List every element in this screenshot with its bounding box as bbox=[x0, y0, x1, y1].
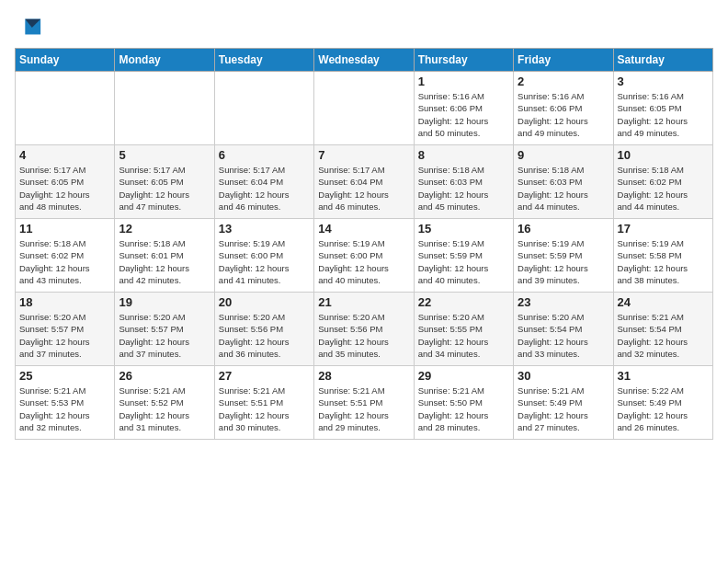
day-info: Sunrise: 5:21 AM Sunset: 5:52 PM Dayligh… bbox=[119, 385, 210, 433]
day-number: 17 bbox=[618, 222, 709, 236]
day-info: Sunrise: 5:19 AM Sunset: 6:00 PM Dayligh… bbox=[219, 237, 310, 286]
day-info: Sunrise: 5:18 AM Sunset: 6:03 PM Dayligh… bbox=[518, 164, 609, 213]
empty-cell bbox=[16, 72, 115, 145]
day-cell-27: 27Sunrise: 5:21 AM Sunset: 5:51 PM Dayli… bbox=[214, 366, 313, 440]
calendar-table: SundayMondayTuesdayWednesdayThursdayFrid… bbox=[15, 48, 713, 440]
column-header-thursday: Thursday bbox=[414, 49, 513, 72]
day-cell-5: 5Sunrise: 5:17 AM Sunset: 6:05 PM Daylig… bbox=[115, 145, 214, 219]
day-cell-30: 30Sunrise: 5:21 AM Sunset: 5:49 PM Dayli… bbox=[514, 366, 613, 440]
day-info: Sunrise: 5:19 AM Sunset: 5:58 PM Dayligh… bbox=[618, 237, 709, 286]
day-cell-13: 13Sunrise: 5:19 AM Sunset: 6:00 PM Dayli… bbox=[214, 219, 313, 293]
day-number: 13 bbox=[219, 222, 310, 236]
column-header-tuesday: Tuesday bbox=[214, 49, 313, 72]
day-cell-19: 19Sunrise: 5:20 AM Sunset: 5:57 PM Dayli… bbox=[115, 293, 214, 366]
day-cell-16: 16Sunrise: 5:19 AM Sunset: 5:59 PM Dayli… bbox=[514, 219, 613, 293]
column-header-sunday: Sunday bbox=[16, 49, 115, 72]
day-number: 22 bbox=[418, 295, 509, 309]
day-cell-4: 4Sunrise: 5:17 AM Sunset: 6:05 PM Daylig… bbox=[16, 145, 115, 219]
day-info: Sunrise: 5:19 AM Sunset: 5:59 PM Dayligh… bbox=[518, 237, 609, 286]
day-info: Sunrise: 5:20 AM Sunset: 5:57 PM Dayligh… bbox=[119, 311, 210, 360]
day-number: 12 bbox=[119, 222, 210, 236]
day-number: 24 bbox=[618, 295, 709, 309]
day-number: 1 bbox=[418, 75, 509, 88]
day-info: Sunrise: 5:21 AM Sunset: 5:49 PM Dayligh… bbox=[518, 385, 609, 433]
day-cell-18: 18Sunrise: 5:20 AM Sunset: 5:57 PM Dayli… bbox=[16, 293, 115, 366]
day-info: Sunrise: 5:16 AM Sunset: 6:06 PM Dayligh… bbox=[518, 90, 609, 139]
day-number: 10 bbox=[618, 148, 709, 162]
day-info: Sunrise: 5:21 AM Sunset: 5:50 PM Dayligh… bbox=[418, 385, 509, 433]
day-info: Sunrise: 5:21 AM Sunset: 5:51 PM Dayligh… bbox=[318, 385, 409, 433]
day-number: 16 bbox=[518, 222, 609, 236]
day-number: 6 bbox=[219, 148, 310, 162]
day-cell-17: 17Sunrise: 5:19 AM Sunset: 5:58 PM Dayli… bbox=[613, 219, 712, 293]
day-number: 11 bbox=[19, 222, 110, 236]
logo-icon bbox=[17, 15, 42, 40]
day-cell-28: 28Sunrise: 5:21 AM Sunset: 5:51 PM Dayli… bbox=[314, 366, 414, 440]
day-number: 9 bbox=[518, 148, 609, 162]
day-cell-7: 7Sunrise: 5:17 AM Sunset: 6:04 PM Daylig… bbox=[314, 145, 414, 219]
day-info: Sunrise: 5:21 AM Sunset: 5:54 PM Dayligh… bbox=[618, 311, 709, 360]
day-number: 5 bbox=[119, 148, 210, 162]
day-number: 29 bbox=[418, 369, 509, 383]
day-number: 30 bbox=[518, 369, 609, 383]
day-info: Sunrise: 5:22 AM Sunset: 5:49 PM Dayligh… bbox=[618, 385, 709, 433]
day-info: Sunrise: 5:20 AM Sunset: 5:55 PM Dayligh… bbox=[418, 311, 509, 360]
day-cell-22: 22Sunrise: 5:20 AM Sunset: 5:55 PM Dayli… bbox=[414, 293, 513, 366]
empty-cell bbox=[214, 72, 313, 145]
day-info: Sunrise: 5:17 AM Sunset: 6:04 PM Dayligh… bbox=[219, 164, 310, 213]
day-info: Sunrise: 5:21 AM Sunset: 5:51 PM Dayligh… bbox=[219, 385, 310, 433]
day-cell-9: 9Sunrise: 5:18 AM Sunset: 6:03 PM Daylig… bbox=[514, 145, 613, 219]
day-number: 23 bbox=[518, 295, 609, 309]
day-number: 31 bbox=[618, 369, 709, 383]
day-info: Sunrise: 5:20 AM Sunset: 5:56 PM Dayligh… bbox=[318, 311, 409, 360]
empty-cell bbox=[115, 72, 214, 145]
day-number: 8 bbox=[418, 148, 509, 162]
day-cell-1: 1Sunrise: 5:16 AM Sunset: 6:06 PM Daylig… bbox=[414, 72, 513, 145]
day-number: 7 bbox=[318, 148, 409, 162]
day-cell-26: 26Sunrise: 5:21 AM Sunset: 5:52 PM Dayli… bbox=[115, 366, 214, 440]
day-info: Sunrise: 5:18 AM Sunset: 6:01 PM Dayligh… bbox=[119, 237, 210, 286]
day-cell-24: 24Sunrise: 5:21 AM Sunset: 5:54 PM Dayli… bbox=[613, 293, 712, 366]
day-number: 19 bbox=[119, 295, 210, 309]
day-info: Sunrise: 5:16 AM Sunset: 6:05 PM Dayligh… bbox=[618, 90, 709, 139]
day-number: 3 bbox=[618, 75, 709, 88]
week-row-5: 25Sunrise: 5:21 AM Sunset: 5:53 PM Dayli… bbox=[16, 366, 713, 440]
day-info: Sunrise: 5:19 AM Sunset: 5:59 PM Dayligh… bbox=[418, 237, 509, 286]
day-info: Sunrise: 5:18 AM Sunset: 6:02 PM Dayligh… bbox=[618, 164, 709, 213]
week-row-4: 18Sunrise: 5:20 AM Sunset: 5:57 PM Dayli… bbox=[16, 293, 713, 366]
day-cell-12: 12Sunrise: 5:18 AM Sunset: 6:01 PM Dayli… bbox=[115, 219, 214, 293]
day-cell-15: 15Sunrise: 5:19 AM Sunset: 5:59 PM Dayli… bbox=[414, 219, 513, 293]
day-cell-10: 10Sunrise: 5:18 AM Sunset: 6:02 PM Dayli… bbox=[613, 145, 712, 219]
day-cell-8: 8Sunrise: 5:18 AM Sunset: 6:03 PM Daylig… bbox=[414, 145, 513, 219]
day-cell-2: 2Sunrise: 5:16 AM Sunset: 6:06 PM Daylig… bbox=[514, 72, 613, 145]
week-row-2: 4Sunrise: 5:17 AM Sunset: 6:05 PM Daylig… bbox=[16, 145, 713, 219]
day-info: Sunrise: 5:20 AM Sunset: 5:54 PM Dayligh… bbox=[518, 311, 609, 360]
day-number: 21 bbox=[318, 295, 409, 309]
day-number: 14 bbox=[318, 222, 409, 236]
day-info: Sunrise: 5:19 AM Sunset: 6:00 PM Dayligh… bbox=[318, 237, 409, 286]
day-number: 20 bbox=[219, 295, 310, 309]
day-cell-6: 6Sunrise: 5:17 AM Sunset: 6:04 PM Daylig… bbox=[214, 145, 313, 219]
column-header-friday: Friday bbox=[514, 49, 613, 72]
week-row-1: 1Sunrise: 5:16 AM Sunset: 6:06 PM Daylig… bbox=[16, 72, 713, 145]
day-info: Sunrise: 5:18 AM Sunset: 6:02 PM Dayligh… bbox=[19, 237, 110, 286]
page-header bbox=[15, 15, 713, 40]
day-cell-14: 14Sunrise: 5:19 AM Sunset: 6:00 PM Dayli… bbox=[314, 219, 414, 293]
day-number: 27 bbox=[219, 369, 310, 383]
day-info: Sunrise: 5:21 AM Sunset: 5:53 PM Dayligh… bbox=[19, 385, 110, 433]
day-number: 26 bbox=[119, 369, 210, 383]
day-number: 15 bbox=[418, 222, 509, 236]
day-cell-3: 3Sunrise: 5:16 AM Sunset: 6:05 PM Daylig… bbox=[613, 72, 712, 145]
day-cell-20: 20Sunrise: 5:20 AM Sunset: 5:56 PM Dayli… bbox=[214, 293, 313, 366]
day-cell-11: 11Sunrise: 5:18 AM Sunset: 6:02 PM Dayli… bbox=[16, 219, 115, 293]
day-cell-29: 29Sunrise: 5:21 AM Sunset: 5:50 PM Dayli… bbox=[414, 366, 513, 440]
day-cell-23: 23Sunrise: 5:20 AM Sunset: 5:54 PM Dayli… bbox=[514, 293, 613, 366]
day-number: 2 bbox=[518, 75, 609, 88]
day-number: 4 bbox=[19, 148, 110, 162]
day-number: 25 bbox=[19, 369, 110, 383]
day-info: Sunrise: 5:20 AM Sunset: 5:57 PM Dayligh… bbox=[19, 311, 110, 360]
calendar-header-row: SundayMondayTuesdayWednesdayThursdayFrid… bbox=[16, 49, 713, 72]
column-header-saturday: Saturday bbox=[613, 49, 712, 72]
day-number: 18 bbox=[19, 295, 110, 309]
day-info: Sunrise: 5:17 AM Sunset: 6:04 PM Dayligh… bbox=[318, 164, 409, 213]
